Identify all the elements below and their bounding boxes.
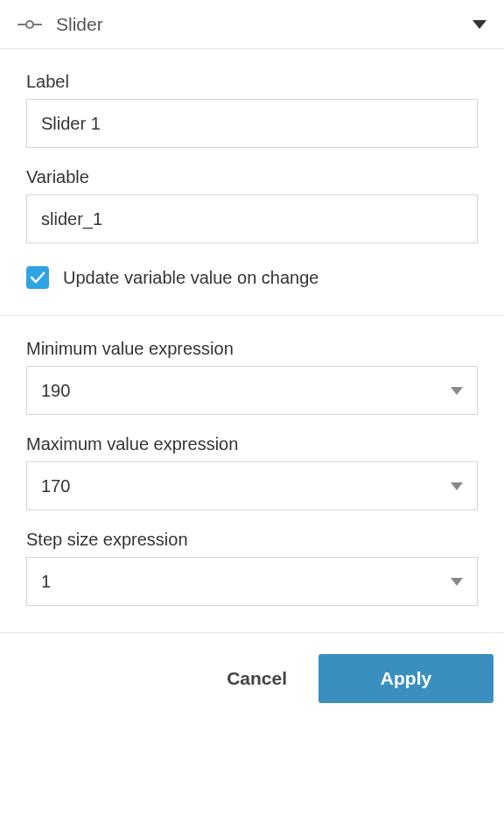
cancel-button[interactable]: Cancel xyxy=(216,654,298,703)
collapse-caret-icon[interactable] xyxy=(472,20,486,29)
svg-marker-3 xyxy=(472,20,486,29)
panel-title: Slider xyxy=(56,14,458,35)
update-on-change-label: Update variable value on change xyxy=(63,268,318,288)
max-expr-field: Maximum value expression 170 xyxy=(26,434,478,510)
variable-field: Variable xyxy=(26,167,478,243)
expression-fields-section: Minimum value expression 190 Maximum val… xyxy=(0,315,504,632)
slider-properties-panel: Slider Label Variable Update variable va… xyxy=(0,0,504,724)
label-input[interactable] xyxy=(26,99,478,148)
chevron-down-icon xyxy=(451,387,463,395)
svg-point-1 xyxy=(26,21,33,28)
svg-marker-5 xyxy=(451,482,463,490)
step-expr-value: 1 xyxy=(41,572,51,592)
step-expr-field: Step size expression 1 xyxy=(26,530,478,606)
max-expr-input[interactable]: 170 xyxy=(26,461,478,510)
chevron-down-icon xyxy=(451,578,463,586)
panel-footer: Cancel Apply xyxy=(0,632,504,724)
chevron-down-icon xyxy=(451,482,463,490)
min-expr-field: Minimum value expression 190 xyxy=(26,339,478,415)
basic-fields-section: Label Variable Update variable value on … xyxy=(0,49,504,315)
svg-marker-4 xyxy=(451,387,463,395)
min-expr-value: 190 xyxy=(41,381,70,401)
min-expr-input[interactable]: 190 xyxy=(26,366,478,415)
update-on-change-row[interactable]: Update variable value on change xyxy=(26,266,478,289)
variable-input[interactable] xyxy=(26,194,478,243)
label-field-label: Label xyxy=(26,72,478,92)
min-expr-label: Minimum value expression xyxy=(26,339,478,359)
panel-header: Slider xyxy=(0,0,504,49)
max-expr-label: Maximum value expression xyxy=(26,434,478,454)
variable-field-label: Variable xyxy=(26,167,478,187)
update-on-change-checkbox[interactable] xyxy=(26,266,49,289)
label-field: Label xyxy=(26,72,478,148)
step-expr-label: Step size expression xyxy=(26,530,478,550)
step-expr-input[interactable]: 1 xyxy=(26,557,478,606)
max-expr-value: 170 xyxy=(41,476,70,496)
svg-marker-6 xyxy=(451,578,463,586)
apply-button[interactable]: Apply xyxy=(318,654,494,703)
slider-icon xyxy=(18,18,42,31)
